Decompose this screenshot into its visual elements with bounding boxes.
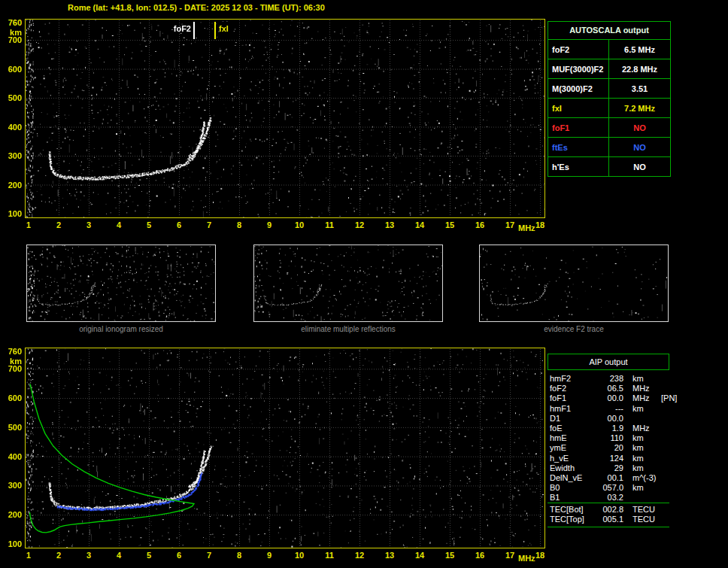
autoscala-row: foF26.5 MHz xyxy=(548,39,670,59)
x-axis-tick: 16 xyxy=(472,551,488,560)
x-axis-tick: 12 xyxy=(351,551,368,560)
aip-row-value: 06.5 xyxy=(593,384,623,393)
autoscala-row-value: NO xyxy=(609,118,670,137)
aip-row-label: h_vE xyxy=(550,454,593,463)
aip-row-note xyxy=(657,404,670,414)
aip-row-note xyxy=(657,374,670,384)
autoscala-row-label: foF1 xyxy=(548,118,609,137)
aip-row-unit: m^(-3) xyxy=(623,473,657,483)
aip-row: DelN_vE00.1m^(-3) xyxy=(550,473,670,483)
aip-row-unit: km xyxy=(623,463,657,473)
x-axis-tick: 11 xyxy=(321,551,338,560)
y-axis-tick: 100 xyxy=(2,539,22,548)
aip-row-label: ymE xyxy=(550,443,593,453)
aip-tec-section: TEC[Bot]002.8TECUTEC[Top]005.1TECU xyxy=(548,503,669,527)
aip-row: hmE110km xyxy=(550,433,670,443)
aip-row-label: hmF1 xyxy=(550,404,593,414)
thumbnail-original-canvas xyxy=(27,245,215,321)
aip-row-note xyxy=(657,384,670,393)
y-axis-tick: 760 xyxy=(2,347,22,356)
autoscala-row-label: fxI xyxy=(548,99,609,117)
aip-row-unit: TECU xyxy=(623,515,657,524)
aip-row-unit xyxy=(623,493,657,503)
aip-row: hmF1---km xyxy=(550,404,670,414)
autoscala-row-value: NO xyxy=(609,157,670,176)
x-axis-tick: 10 xyxy=(291,551,308,560)
x-axis-tick: 12 xyxy=(351,220,368,229)
x-axis-tick: 8 xyxy=(231,551,247,560)
x-axis-tick: 4 xyxy=(111,551,127,560)
aip-row: h_vE124km xyxy=(550,454,670,463)
autoscala-row-value: NO xyxy=(609,138,670,156)
ionogram-plot-top xyxy=(25,19,545,218)
y-axis-tick: 600 xyxy=(2,393,22,402)
aip-row-note xyxy=(657,505,669,515)
y-axis-tick: 760 xyxy=(2,18,22,27)
aip-row: hmF2238km xyxy=(550,374,670,384)
autoscala-row-value: 7.2 MHz xyxy=(609,99,670,117)
foF2-marker-label: foF2 xyxy=(164,24,191,33)
aip-row-value: 238 xyxy=(593,374,623,384)
aip-row-unit: MHz xyxy=(623,384,657,393)
x-axis-tick: 3 xyxy=(80,220,97,229)
x-axis-tick: 1 xyxy=(20,551,37,560)
ionogram-canvas-bottom xyxy=(26,348,544,548)
aip-row-label: hmF2 xyxy=(550,374,593,384)
y-axis-tick: 200 xyxy=(2,181,22,190)
aip-row-unit: km xyxy=(623,433,657,443)
autoscala-row: fxI7.2 MHz xyxy=(548,98,670,117)
autoscala-row-value: 22.8 MHz xyxy=(609,59,670,78)
aip-row-unit: MHz xyxy=(623,424,657,433)
aip-row-label: D1 xyxy=(550,414,593,424)
ionogram-canvas-top xyxy=(26,20,544,217)
autoscala-row: MUF(3000)F222.8 MHz xyxy=(548,59,670,78)
aip-row-note xyxy=(657,515,669,524)
aip-row-value: 057.0 xyxy=(593,483,623,493)
thumbnail-caption-original: original ionogram resized xyxy=(26,325,216,333)
x-axis-tick: 5 xyxy=(141,220,157,229)
y-axis-tick: 300 xyxy=(2,481,22,490)
aip-row-label: TEC[Top] xyxy=(550,515,593,524)
autoscala-table-rows: foF26.5 MHzMUF(3000)F222.8 MHzM(3000)F23… xyxy=(548,39,670,176)
station-header: Rome (lat: +41.8, lon: 012.5) - DATE: 20… xyxy=(68,3,325,12)
aip-row: foF100.0MHz[PN] xyxy=(550,393,670,403)
x-axis-tick: 2 xyxy=(50,551,67,560)
aip-row-note xyxy=(657,483,670,493)
aip-row-note: [PN] xyxy=(657,393,677,403)
aip-row-value: 1.9 xyxy=(593,424,623,433)
thumbnail-evidence-f2 xyxy=(479,245,669,322)
x-axis-tick: 15 xyxy=(441,551,458,560)
x-axis-tick: 14 xyxy=(411,551,428,560)
x-axis-label: MHz xyxy=(518,554,535,563)
y-axis-tick: 100 xyxy=(2,209,22,218)
aip-row-note xyxy=(657,443,670,453)
aip-row: D100.0 xyxy=(550,414,670,424)
x-axis-tick: 1 xyxy=(20,220,37,229)
x-axis-tick: 17 xyxy=(502,551,518,560)
autoscala-window: Rome (lat: +41.8, lon: 012.5) - DATE: 20… xyxy=(0,0,728,568)
fxI-marker-label: fxI xyxy=(219,24,229,33)
autoscala-row-label: ftEs xyxy=(548,138,609,156)
aip-row-unit: TECU xyxy=(623,505,657,515)
autoscala-row-label: h'Es xyxy=(548,157,609,176)
aip-row-value: 03.2 xyxy=(593,493,623,503)
aip-row-note xyxy=(657,454,670,463)
aip-row: TEC[Top]005.1TECU xyxy=(550,515,669,524)
aip-row-value: 00.1 xyxy=(593,473,623,483)
aip-row-value: 124 xyxy=(593,454,623,463)
thumbnail-eliminate-reflections xyxy=(253,245,443,322)
autoscala-row: foF1NO xyxy=(548,117,670,137)
aip-row: B0057.0km xyxy=(550,483,670,493)
thumbnail-original-ionogram xyxy=(26,245,216,322)
autoscala-row-value: 6.5 MHz xyxy=(609,40,670,59)
aip-row-label: Ewidth xyxy=(550,463,593,473)
y-axis-label: km xyxy=(2,28,22,37)
aip-row-label: DelN_vE xyxy=(550,473,593,483)
x-axis-tick: 17 xyxy=(502,220,518,229)
x-axis-tick: 5 xyxy=(141,551,157,560)
aip-row-value: 20 xyxy=(593,443,623,453)
x-axis-tick: 4 xyxy=(111,220,127,229)
x-axis-tick: 11 xyxy=(321,220,338,229)
x-axis-tick: 16 xyxy=(472,220,488,229)
aip-row-note xyxy=(657,463,670,473)
